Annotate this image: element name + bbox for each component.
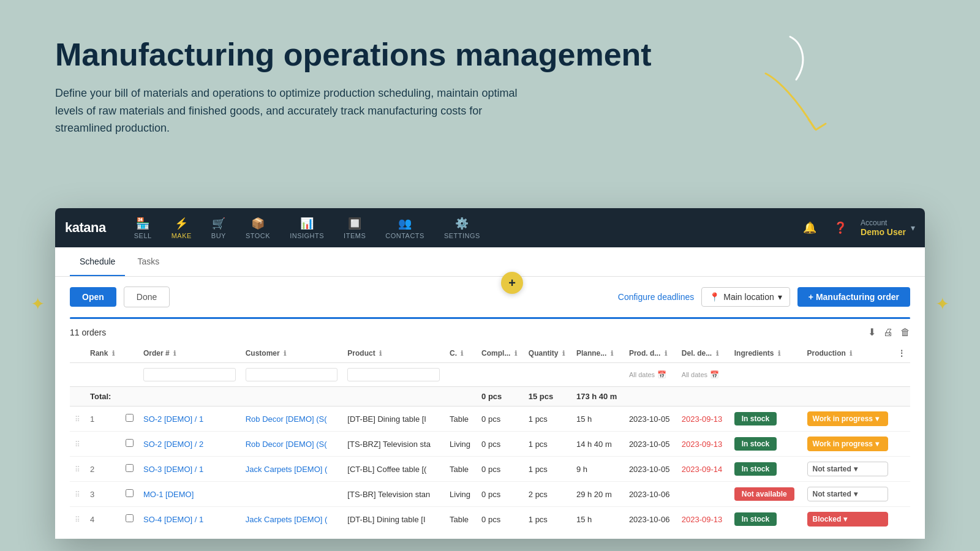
top-nav: katana 🏪 SELL ⚡ MAKE 🛒 BUY 📦 STOCK 📊 INS… [55, 208, 925, 247]
th-check [121, 344, 138, 363]
progress-bar-fill [70, 317, 910, 319]
account-section[interactable]: Account Demo User ▾ [861, 219, 915, 237]
nav-right: 🔔 ❓ Account Demo User ▾ [799, 217, 915, 238]
drag-handle[interactable]: ⠿ [75, 515, 80, 524]
nav-item-make[interactable]: ⚡ MAKE [163, 212, 200, 244]
buy-icon: 🛒 [212, 217, 226, 230]
sparkle-right-decoration: ✦ [935, 294, 949, 314]
ingredients-badge[interactable]: In stock [734, 462, 777, 476]
del-date-val: 2023-09-13 [682, 440, 723, 449]
account-label: Account [861, 219, 906, 227]
hero-title: Manufacturing operations management [55, 37, 925, 73]
nav-item-items[interactable]: 🔲 ITEMS [335, 212, 374, 244]
tab-schedule[interactable]: Schedule [70, 248, 125, 276]
open-button[interactable]: Open [70, 287, 116, 307]
ingredients-badge[interactable]: In stock [734, 412, 777, 425]
prod-date-filter-icon[interactable]: 📅 [657, 370, 666, 379]
th-product[interactable]: Product ℹ [342, 344, 445, 363]
order-link[interactable]: SO-2 [DEMO] / 1 [143, 414, 203, 424]
customer-link[interactable]: Rob Decor [DEMO] (S( [246, 440, 327, 449]
status-chevron-icon: ▾ [854, 490, 858, 498]
production-status[interactable]: Work in progress ▾ [807, 411, 888, 426]
th-ingredients[interactable]: Ingredients ℹ [729, 344, 802, 363]
del-date-filter-icon[interactable]: 📅 [710, 370, 719, 379]
content-area: Open Done Configure deadlines 📍 Main loc… [55, 277, 925, 539]
total-row: Total: 0 pcs 15 pcs 173 h 40 m [70, 387, 910, 407]
nav-item-insights[interactable]: 📊 INSIGHTS [281, 212, 333, 244]
th-compl[interactable]: Compl... ℹ [477, 344, 524, 363]
manufacturing-order-button[interactable]: + Manufacturing order [797, 287, 910, 307]
product-name: [TS-BR] Television stan [347, 490, 430, 499]
th-prod-date[interactable]: Prod. d... ℹ [624, 344, 677, 363]
compl-val: 0 pcs [481, 465, 500, 474]
delete-icon[interactable]: 🗑 [900, 327, 910, 338]
order-link[interactable]: SO-4 [DEMO] / 1 [143, 515, 203, 524]
ingredients-badge[interactable]: Not available [734, 487, 794, 501]
order-link[interactable]: SO-3 [DEMO] / 1 [143, 465, 203, 474]
filter-customer[interactable] [246, 368, 338, 381]
production-status[interactable]: Work in progress ▾ [807, 437, 888, 451]
row-checkbox[interactable] [126, 489, 134, 497]
quantity-val: 1 pcs [529, 515, 548, 524]
orders-row: 11 orders ⬇ 🖨 🗑 [70, 326, 910, 338]
row-checkbox[interactable] [126, 514, 134, 522]
th-customer[interactable]: Customer ℹ [241, 344, 343, 363]
filter-product[interactable] [347, 368, 440, 381]
status-chevron-icon: ▾ [875, 414, 879, 423]
th-rank[interactable]: Rank ℹ [85, 344, 121, 363]
ingredients-badge[interactable]: In stock [734, 512, 777, 526]
order-link[interactable]: SO-2 [DEMO] / 2 [143, 440, 203, 449]
prod-date-val: 2023-10-05 [629, 414, 670, 424]
print-icon[interactable]: 🖨 [883, 327, 893, 338]
th-production[interactable]: Production ℹ [802, 344, 893, 363]
th-planned[interactable]: Planne... ℹ [571, 344, 624, 363]
row-checkbox[interactable] [126, 464, 134, 472]
app-window: katana 🏪 SELL ⚡ MAKE 🛒 BUY 📦 STOCK 📊 INS… [55, 208, 925, 539]
drag-handle[interactable]: ⠿ [75, 490, 80, 499]
drag-handle[interactable]: ⠿ [75, 415, 80, 424]
main-location-button[interactable]: 📍 Main location ▾ [701, 287, 790, 307]
orders-count: 11 orders [70, 328, 106, 337]
nav-item-sell[interactable]: 🏪 SELL [126, 212, 160, 244]
nav-item-settings[interactable]: ⚙️ SETTINGS [435, 212, 489, 244]
nav-item-stock[interactable]: 📦 STOCK [237, 212, 279, 244]
production-status[interactable]: Blocked ▾ [807, 512, 888, 527]
done-button[interactable]: Done [124, 287, 170, 307]
download-icon[interactable]: ⬇ [868, 326, 876, 338]
nav-item-buy[interactable]: 🛒 BUY [203, 212, 235, 244]
table-row: ⠿ 3 MO-1 [DEMO] [TS-BR] Television stan … [70, 482, 910, 507]
tab-tasks[interactable]: Tasks [127, 248, 169, 276]
customer-link[interactable]: Jack Carpets [DEMO] ( [246, 515, 328, 524]
customer-link[interactable]: Jack Carpets [DEMO] ( [246, 465, 328, 474]
configure-deadlines-button[interactable]: Configure deadlines [618, 292, 695, 302]
th-quantity[interactable]: Quantity ℹ [524, 344, 571, 363]
help-icon[interactable]: ❓ [830, 217, 851, 238]
table-row: ⠿ 1 SO-2 [DEMO] / 1 Rob Decor [DEMO] (S(… [70, 407, 910, 432]
compl-val: 0 pcs [481, 490, 500, 499]
sub-nav: Schedule Tasks [55, 247, 925, 277]
nav-item-contacts[interactable]: 👥 CONTACTS [377, 212, 433, 244]
th-order-num[interactable]: Order # ℹ [138, 344, 241, 363]
th-category[interactable]: C. ℹ [445, 344, 477, 363]
th-more[interactable]: ⋮ [893, 344, 910, 363]
order-link[interactable]: MO-1 [DEMO] [143, 490, 194, 499]
sell-icon: 🏪 [136, 217, 150, 230]
drag-handle[interactable]: ⠿ [75, 465, 80, 474]
th-del-date[interactable]: Del. de... ℹ [677, 344, 729, 363]
production-status[interactable]: Not started ▾ [807, 487, 888, 501]
filter-order-num[interactable] [143, 368, 236, 381]
rank-num: 2 [90, 465, 94, 474]
row-checkbox[interactable] [126, 414, 134, 422]
customer-link[interactable]: Rob Decor [DEMO] (S( [246, 414, 327, 424]
row-checkbox[interactable] [126, 439, 134, 447]
notifications-icon[interactable]: 🔔 [799, 217, 820, 238]
floating-plus-button[interactable]: + [501, 272, 523, 294]
drag-handle[interactable]: ⠿ [75, 440, 80, 449]
quantity-val: 2 pcs [529, 490, 548, 499]
del-date-val: 2023-09-13 [682, 414, 723, 424]
location-chevron-icon: ▾ [778, 292, 782, 302]
ingredients-badge[interactable]: In stock [734, 437, 777, 451]
production-status[interactable]: Not started ▾ [807, 462, 888, 476]
insights-icon: 📊 [300, 217, 314, 230]
planned-val: 9 h [576, 465, 587, 474]
